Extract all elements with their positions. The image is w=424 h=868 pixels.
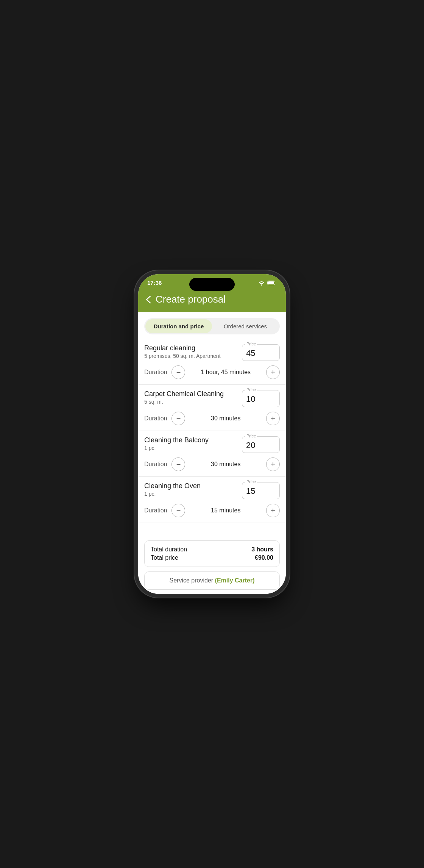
service-desc: 5 sq. m. xyxy=(144,399,237,405)
price-label: Price xyxy=(245,434,257,438)
service-info: Cleaning the Oven 1 pc. xyxy=(144,482,237,497)
spacer xyxy=(138,523,286,534)
back-icon xyxy=(146,295,151,304)
price-label: Price xyxy=(245,479,257,484)
duration-row: Duration − 15 minutes + xyxy=(144,504,280,517)
price-field[interactable]: Price 15 xyxy=(242,482,280,499)
service-item: Cleaning the Oven 1 pc. Price 15 Duratio… xyxy=(138,477,286,523)
service-name: Cleaning the Oven xyxy=(144,482,237,490)
service-desc: 1 pc. xyxy=(144,491,237,497)
total-duration-row: Total duration 3 hours xyxy=(151,546,273,553)
total-price-value: €90.00 xyxy=(255,554,273,561)
service-name: Regular cleaning xyxy=(144,344,237,352)
duration-label: Duration xyxy=(144,415,167,422)
tab-bar: Duration and price Ordered services xyxy=(144,318,280,334)
price-label: Price xyxy=(245,387,257,392)
price-field[interactable]: Price 20 xyxy=(242,436,280,453)
summary-box: Total duration 3 hours Total price €90.0… xyxy=(144,540,280,567)
duration-row: Duration − 30 minutes + xyxy=(144,457,280,471)
total-price-label: Total price xyxy=(151,554,178,561)
decrease-duration-button[interactable]: − xyxy=(171,412,185,425)
decrease-duration-button[interactable]: − xyxy=(171,504,185,517)
dynamic-island xyxy=(189,278,235,291)
phone-screen: 17:36 Create proposal xyxy=(138,274,286,594)
duration-value: 15 minutes xyxy=(185,507,266,514)
duration-value: 30 minutes xyxy=(185,461,266,468)
tab-duration-price[interactable]: Duration and price xyxy=(145,319,212,333)
status-time: 17:36 xyxy=(147,279,162,286)
duration-row: Duration − 30 minutes + xyxy=(144,412,280,425)
duration-label: Duration xyxy=(144,461,167,468)
tab-ordered-services[interactable]: Ordered services xyxy=(212,319,279,333)
duration-label: Duration xyxy=(144,507,167,514)
service-name: Cleaning the Balcony xyxy=(144,436,237,444)
total-price-row: Total price €90.00 xyxy=(151,554,273,561)
price-value: 20 xyxy=(246,440,276,450)
increase-duration-button[interactable]: + xyxy=(266,365,280,379)
price-field[interactable]: Price 45 xyxy=(242,344,280,361)
price-value: 10 xyxy=(246,394,276,404)
header: Create proposal xyxy=(138,289,286,312)
service-provider-button[interactable]: Service provider (Emily Carter) xyxy=(144,571,280,590)
increase-duration-button[interactable]: + xyxy=(266,504,280,517)
status-icons xyxy=(258,280,277,286)
provider-name: (Emily Carter) xyxy=(215,577,255,584)
price-value: 45 xyxy=(246,348,276,358)
price-field[interactable]: Price 10 xyxy=(242,390,280,407)
service-info: Regular cleaning 5 premises, 50 sq. m. A… xyxy=(144,344,237,359)
total-duration-label: Total duration xyxy=(151,546,187,553)
back-button[interactable] xyxy=(146,295,151,304)
price-label: Price xyxy=(245,342,257,346)
main-content: Duration and price Ordered services Regu… xyxy=(138,312,286,594)
decrease-duration-button[interactable]: − xyxy=(171,457,185,471)
price-value: 15 xyxy=(246,486,276,496)
duration-value: 30 minutes xyxy=(185,415,266,422)
duration-row: Duration − 1 hour, 45 minutes + xyxy=(144,365,280,379)
service-item: Carpet Chemical Cleaning 5 sq. m. Price … xyxy=(138,385,286,431)
service-desc: 5 premises, 50 sq. m. Apartment xyxy=(144,353,237,359)
phone-frame: 17:36 Create proposal xyxy=(138,274,286,594)
duration-label: Duration xyxy=(144,369,167,376)
page-title: Create proposal xyxy=(156,293,226,305)
battery-icon xyxy=(267,281,277,285)
total-duration-value: 3 hours xyxy=(251,546,273,553)
service-item: Regular cleaning 5 premises, 50 sq. m. A… xyxy=(138,339,286,385)
increase-duration-button[interactable]: + xyxy=(266,412,280,425)
wifi-icon xyxy=(258,280,265,286)
service-name: Carpet Chemical Cleaning xyxy=(144,390,237,398)
duration-value: 1 hour, 45 minutes xyxy=(185,369,266,376)
decrease-duration-button[interactable]: − xyxy=(171,365,185,379)
summary-section: Total duration 3 hours Total price €90.0… xyxy=(138,534,286,594)
increase-duration-button[interactable]: + xyxy=(266,457,280,471)
provider-static-text: Service provider xyxy=(170,577,214,584)
status-bar: 17:36 xyxy=(138,274,286,289)
svg-rect-1 xyxy=(268,281,274,284)
service-item: Cleaning the Balcony 1 pc. Price 20 Dura… xyxy=(138,431,286,477)
service-info: Cleaning the Balcony 1 pc. xyxy=(144,436,237,451)
service-desc: 1 pc. xyxy=(144,445,237,451)
service-info: Carpet Chemical Cleaning 5 sq. m. xyxy=(144,390,237,405)
